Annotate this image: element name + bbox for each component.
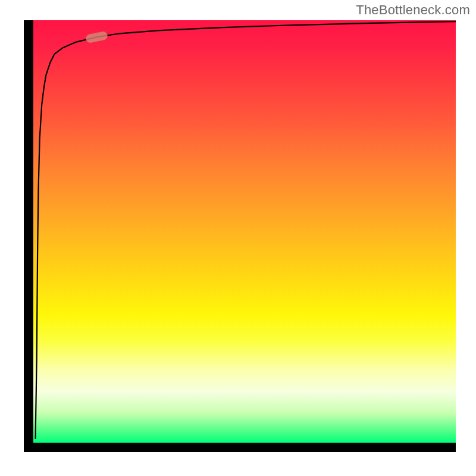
curve-line [36,21,456,439]
plot-frame [24,20,456,452]
curve-svg [33,20,456,443]
curve-marker [85,31,108,43]
attribution-label: TheBottleneck.com [356,2,470,18]
svg-rect-0 [85,31,108,43]
chart-stage: TheBottleneck.com [0,0,476,476]
plot-area [33,20,456,443]
